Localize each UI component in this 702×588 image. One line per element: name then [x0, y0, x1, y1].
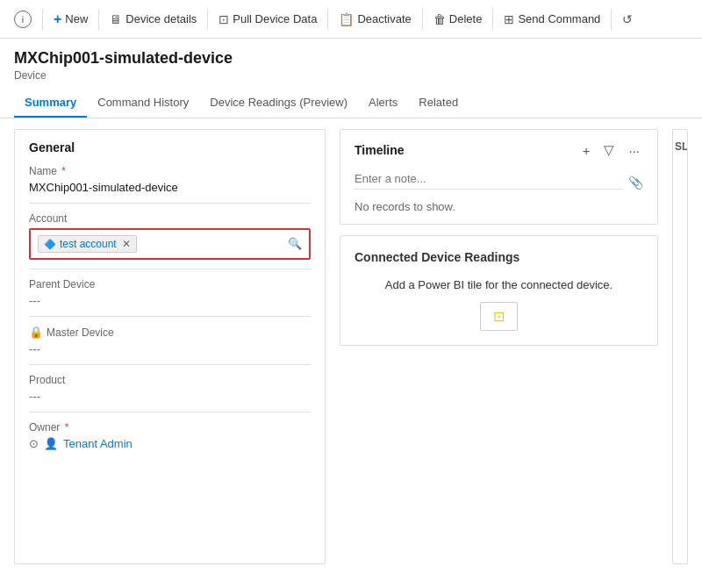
tab-related[interactable]: Related	[408, 89, 469, 118]
name-required-asterisk: *	[61, 165, 66, 177]
account-tag-close-icon[interactable]: ✕	[122, 238, 131, 250]
account-label: Account	[29, 212, 311, 225]
lock-icon: 🔒	[29, 326, 43, 339]
powerbi-button[interactable]: ⊡	[480, 302, 518, 331]
refresh-button[interactable]: ↺	[615, 8, 640, 31]
toolbar-divider-3	[207, 9, 208, 30]
product-value: ---	[29, 390, 311, 403]
refresh-icon: ↺	[622, 12, 633, 26]
plus-icon: +	[54, 11, 61, 27]
toolbar-divider-7	[611, 9, 612, 30]
owner-label: Owner *	[29, 421, 311, 434]
master-device-value: ---	[29, 342, 311, 355]
send-command-button[interactable]: ⊞ Send Command	[497, 8, 607, 31]
connected-desc: Add a Power BI tile for the connected de…	[355, 278, 643, 291]
note-input-row: 📎	[355, 169, 643, 197]
timeline-add-button[interactable]: +	[579, 141, 594, 160]
toolbar-divider-5	[422, 9, 423, 30]
delete-icon: 🗑	[433, 12, 446, 26]
tab-device-readings[interactable]: Device Readings (Preview)	[199, 89, 358, 118]
new-label: New	[65, 12, 88, 25]
device-details-icon: 🖥	[110, 12, 122, 26]
account-field-group: Account 🔷 test account ✕ 🔍	[29, 212, 311, 269]
device-details-label: Device details	[125, 12, 197, 25]
toolbar-divider-2	[98, 9, 99, 30]
tabs-bar: Summary Command History Device Readings …	[0, 89, 702, 118]
paperclip-icon[interactable]: 📎	[628, 176, 643, 190]
account-field-inner: 🔷 test account ✕ 🔍	[38, 235, 302, 253]
name-field-group: Name * MXChip001-simulated-device	[29, 165, 311, 204]
right-panels: Timeline + ▽ ··· 📎 No records to show. C…	[340, 129, 658, 564]
deactivate-icon: 📋	[339, 12, 354, 26]
new-button[interactable]: + New	[47, 7, 95, 32]
name-label: Name *	[29, 165, 311, 177]
general-panel: General Name * MXChip001-simulated-devic…	[14, 129, 326, 564]
pull-icon: ⊡	[218, 12, 229, 26]
account-tag-icon: 🔷	[44, 239, 56, 250]
timeline-panel: Timeline + ▽ ··· 📎 No records to show.	[340, 129, 658, 225]
send-command-icon: ⊞	[504, 12, 514, 26]
deactivate-label: Deactivate	[357, 12, 411, 25]
timeline-actions: + ▽ ···	[579, 140, 643, 160]
deactivate-button[interactable]: 📋 Deactivate	[332, 8, 418, 31]
edge-panel-label: SL	[675, 140, 688, 153]
tab-command-history[interactable]: Command History	[87, 89, 199, 118]
tab-summary[interactable]: Summary	[14, 89, 87, 118]
account-search-icon[interactable]: 🔍	[288, 235, 302, 253]
parent-device-value: ---	[29, 294, 311, 307]
owner-value: ⊙ 👤 Tenant Admin	[29, 437, 311, 450]
delete-button[interactable]: 🗑 Delete	[426, 8, 490, 31]
info-button[interactable]: i	[7, 6, 39, 32]
account-field-wrapper[interactable]: 🔷 test account ✕ 🔍	[29, 228, 311, 260]
connected-panel-title: Connected Device Readings	[355, 250, 643, 264]
master-device-label: Master Device	[47, 326, 114, 339]
account-tag[interactable]: 🔷 test account ✕	[38, 235, 137, 253]
product-field-group: Product ---	[29, 374, 311, 412]
page-subtitle: Device	[14, 69, 688, 82]
account-tag-name: test account	[60, 238, 117, 250]
owner-circle-icon: ⊙	[29, 437, 39, 450]
page-title: MXChip001-simulated-device	[14, 49, 688, 68]
delete-label: Delete	[449, 12, 483, 25]
general-section-title: General	[29, 140, 311, 154]
owner-name[interactable]: Tenant Admin	[63, 437, 133, 450]
note-input[interactable]	[355, 169, 623, 190]
powerbi-icon: ⊡	[493, 308, 505, 325]
edge-panel: SL	[672, 129, 688, 564]
timeline-more-button[interactable]: ···	[625, 141, 643, 160]
owner-field-group: Owner * ⊙ 👤 Tenant Admin	[29, 421, 311, 459]
owner-required-asterisk: *	[65, 421, 69, 434]
toolbar: i + New 🖥 Device details ⊡ Pull Device D…	[0, 0, 702, 39]
device-details-button[interactable]: 🖥 Device details	[103, 8, 204, 31]
toolbar-divider-4	[327, 9, 328, 30]
toolbar-divider-6	[492, 9, 493, 30]
toolbar-divider-1	[42, 9, 43, 30]
parent-device-label: Parent Device	[29, 278, 311, 290]
tab-alerts[interactable]: Alerts	[358, 89, 408, 118]
parent-device-field-group: Parent Device ---	[29, 278, 311, 317]
pull-device-data-button[interactable]: ⊡ Pull Device Data	[211, 8, 324, 31]
page-header: MXChip001-simulated-device Device	[0, 39, 702, 82]
product-label: Product	[29, 374, 311, 386]
master-device-field-group: 🔒 Master Device ---	[29, 326, 311, 365]
main-content: General Name * MXChip001-simulated-devic…	[0, 118, 702, 575]
timeline-filter-button[interactable]: ▽	[600, 140, 618, 160]
pull-device-data-label: Pull Device Data	[233, 12, 317, 25]
send-command-label: Send Command	[518, 12, 600, 25]
name-value: MXChip001-simulated-device	[29, 181, 311, 194]
timeline-title: Timeline	[355, 143, 579, 157]
owner-person-icon: 👤	[44, 437, 58, 450]
connected-device-panel: Connected Device Readings Add a Power BI…	[340, 235, 658, 346]
info-icon: i	[14, 11, 32, 28]
master-device-label-row: 🔒 Master Device	[29, 326, 311, 339]
no-records-text: No records to show.	[355, 200, 643, 213]
timeline-header: Timeline + ▽ ···	[355, 140, 643, 160]
